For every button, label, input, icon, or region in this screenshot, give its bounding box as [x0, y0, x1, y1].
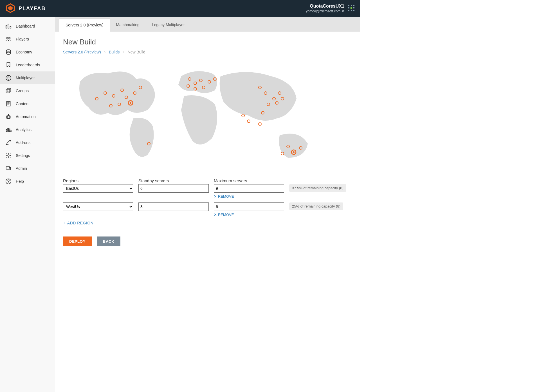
close-icon: ✕: [214, 194, 217, 199]
help-icon: [5, 178, 12, 184]
add-region-button[interactable]: + ADD REGION: [63, 221, 352, 225]
breadcrumb-link-builds[interactable]: Builds: [109, 50, 120, 54]
svg-rect-7: [353, 7, 354, 8]
svg-point-14: [7, 37, 8, 39]
region-columns-header: Regions Standby servers Maximum servers: [63, 178, 352, 183]
sidebar-item-leaderboards[interactable]: Leaderboards: [0, 58, 55, 71]
chevron-right-icon: ›: [104, 50, 105, 54]
svg-rect-18: [6, 89, 10, 93]
players-icon: [5, 36, 12, 42]
plus-icon: +: [63, 221, 66, 225]
svg-point-37: [8, 183, 9, 183]
svg-rect-19: [7, 88, 11, 92]
column-standby: Standby servers: [138, 178, 209, 183]
svg-point-44: [130, 102, 131, 104]
sidebar-item-help[interactable]: Help: [0, 175, 55, 188]
svg-point-71: [293, 151, 295, 153]
svg-rect-5: [348, 7, 349, 8]
maximum-input[interactable]: [214, 184, 284, 193]
sidebar-item-multiplayer[interactable]: Multiplayer: [0, 71, 55, 84]
remove-region-button[interactable]: ✕ REMOVE: [214, 194, 284, 199]
standby-input[interactable]: [138, 202, 209, 211]
region-row: EastUs ✕ REMOVE 37.5% of remaining capac…: [63, 184, 352, 199]
tab-legacy[interactable]: Legacy Multiplayer: [146, 19, 191, 31]
brand-name: PLAYFAB: [19, 6, 46, 12]
deploy-button[interactable]: DEPLOY: [63, 236, 92, 246]
automation-icon: [5, 114, 12, 120]
tab-label: Legacy Multiplayer: [152, 22, 185, 27]
content-icon: [5, 101, 12, 107]
maximum-input[interactable]: [214, 202, 284, 211]
svg-rect-35: [6, 167, 10, 169]
sidebar-item-automation[interactable]: Automation: [0, 110, 55, 123]
svg-rect-6: [351, 7, 352, 9]
sidebar-item-players[interactable]: Players: [0, 33, 55, 46]
region-select[interactable]: WestUs: [63, 202, 133, 211]
sidebar-item-dashboard[interactable]: Dashboard: [0, 20, 55, 33]
svg-point-59: [247, 120, 250, 123]
leaderboards-icon: [5, 62, 12, 68]
sidebar-item-economy[interactable]: Economy: [0, 46, 55, 58]
breadcrumb: Servers 2.0 (Preview) › Builds › New Bui…: [63, 50, 352, 54]
close-icon: ✕: [214, 213, 217, 217]
sidebar: Dashboard Players Economy Leaderboards M…: [0, 17, 55, 392]
sidebar-item-analytics[interactable]: Analytics: [0, 123, 55, 136]
settings-icon: [5, 152, 12, 159]
sidebar-item-label: Add-ons: [16, 140, 30, 145]
svg-line-33: [11, 131, 12, 132]
chevron-right-icon: ›: [123, 50, 124, 54]
account-title: QuotaCoresUX1: [306, 3, 344, 9]
sidebar-item-groups[interactable]: Groups: [0, 84, 55, 97]
back-button[interactable]: BACK: [97, 236, 121, 246]
standby-input[interactable]: [138, 184, 209, 193]
svg-rect-11: [6, 26, 7, 28]
tab-servers[interactable]: Servers 2.0 (Preview): [59, 19, 110, 31]
topbar: PLAYFAB QuotaCoresUX1 yomoo@microsoft.co…: [0, 0, 360, 17]
account-menu[interactable]: QuotaCoresUX1 yomoo@microsoft.com ∨: [306, 3, 354, 13]
tab-label: Matchmaking: [116, 22, 140, 27]
main: Servers 2.0 (Preview) Matchmaking Legacy…: [55, 17, 360, 392]
svg-rect-29: [6, 129, 7, 131]
column-regions: Regions: [63, 178, 133, 183]
svg-point-60: [259, 123, 261, 125]
sidebar-item-label: Content: [16, 102, 30, 106]
remove-region-button[interactable]: ✕ REMOVE: [214, 213, 284, 217]
svg-point-34: [8, 155, 9, 156]
svg-point-16: [6, 50, 11, 51]
grid-apps-icon[interactable]: [348, 5, 354, 12]
sidebar-item-content[interactable]: Content: [0, 97, 55, 110]
admin-icon: [5, 165, 12, 172]
svg-point-15: [9, 37, 10, 39]
svg-point-26: [9, 117, 10, 118]
region-select[interactable]: EastUs: [63, 184, 133, 193]
tab-matchmaking[interactable]: Matchmaking: [110, 19, 146, 31]
svg-rect-30: [8, 128, 8, 132]
multiplayer-icon: [5, 75, 12, 81]
brand[interactable]: PLAYFAB: [6, 3, 46, 14]
sidebar-item-label: Economy: [16, 50, 32, 54]
capacity-badge: 25% of remaining capacity (8): [289, 202, 343, 210]
sidebar-item-settings[interactable]: Settings: [0, 149, 55, 162]
sidebar-item-label: Dashboard: [16, 24, 35, 28]
svg-rect-9: [351, 10, 352, 11]
sidebar-item-admin[interactable]: Admin: [0, 162, 55, 175]
breadcrumb-link-servers[interactable]: Servers 2.0 (Preview): [63, 50, 101, 54]
sidebar-item-addons[interactable]: Add-ons: [0, 136, 55, 149]
world-map: [63, 59, 316, 173]
region-row: WestUs ✕ REMOVE 25% of remaining capacit…: [63, 202, 352, 217]
svg-rect-13: [10, 26, 11, 28]
dashboard-icon: [5, 23, 12, 29]
sidebar-item-label: Leaderboards: [16, 63, 40, 67]
svg-rect-8: [348, 10, 349, 11]
svg-rect-12: [8, 24, 9, 28]
svg-rect-2: [348, 5, 349, 6]
analytics-icon: [5, 127, 12, 133]
column-maximum: Maximum servers: [214, 178, 284, 183]
tab-label: Servers 2.0 (Preview): [66, 23, 104, 27]
account-email: yomoo@microsoft.com: [306, 9, 340, 13]
sidebar-item-label: Multiplayer: [16, 76, 35, 80]
svg-rect-4: [353, 5, 354, 6]
sidebar-item-label: Help: [16, 179, 24, 184]
sidebar-item-label: Automation: [16, 114, 36, 119]
sidebar-item-label: Analytics: [16, 127, 32, 132]
